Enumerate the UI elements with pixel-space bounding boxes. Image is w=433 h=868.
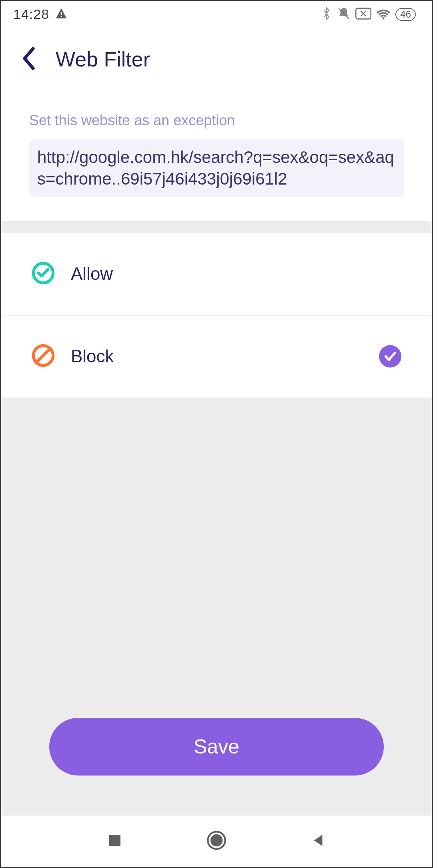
android-status-bar: 14:28 46 (1, 1, 432, 27)
nav-recent-button[interactable] (106, 832, 123, 850)
exception-caption: Set this website as an exception (29, 112, 404, 129)
svg-rect-1 (61, 16, 62, 17)
svg-rect-7 (109, 835, 120, 846)
option-block[interactable]: Block (1, 315, 432, 398)
no-sim-icon (355, 8, 371, 21)
alert-triangle-icon (55, 7, 68, 22)
option-allow[interactable]: Allow (1, 233, 432, 315)
option-block-label: Block (71, 346, 363, 366)
battery-level: 46 (395, 8, 416, 21)
nav-back-button[interactable] (310, 832, 327, 850)
selected-check-icon (379, 345, 401, 368)
nav-home-button[interactable] (206, 830, 227, 852)
back-button[interactable] (21, 46, 36, 72)
exception-section: Set this website as an exception http://… (1, 91, 432, 221)
svg-line-6 (37, 349, 50, 362)
bluetooth-icon (321, 7, 332, 22)
allow-check-icon (32, 261, 55, 286)
svg-rect-0 (61, 12, 62, 15)
app-bar: Web Filter (1, 27, 432, 91)
mute-icon (337, 7, 351, 22)
page-title: Web Filter (56, 47, 150, 71)
svg-point-9 (210, 834, 223, 846)
save-button[interactable]: Save (49, 718, 384, 776)
wifi-icon (376, 8, 391, 21)
section-divider (1, 221, 432, 233)
block-prohibit-icon (32, 344, 55, 369)
android-nav-bar (1, 816, 432, 867)
status-time: 14:28 (13, 6, 49, 22)
url-input[interactable]: http://google.com.hk/search?q=sex&oq=sex… (29, 139, 404, 197)
option-allow-label: Allow (71, 264, 401, 284)
content-background: Save (1, 398, 432, 816)
